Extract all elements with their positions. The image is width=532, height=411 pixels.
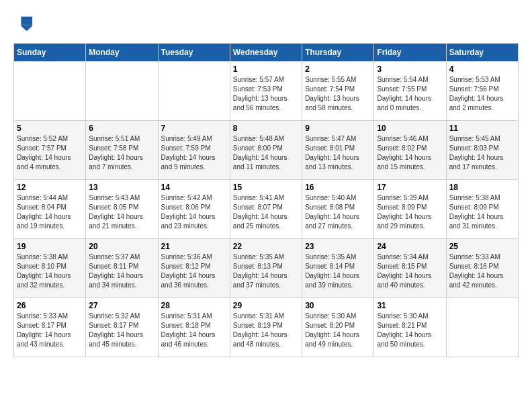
calendar-cell: 1Sunrise: 5:57 AM Sunset: 7:53 PM Daylig… xyxy=(230,62,302,121)
day-of-week-header: Tuesday xyxy=(158,44,230,62)
calendar-cell: 27Sunrise: 5:32 AM Sunset: 8:17 PM Dayli… xyxy=(86,298,158,357)
calendar-cell: 4Sunrise: 5:53 AM Sunset: 7:56 PM Daylig… xyxy=(446,62,518,121)
day-number: 16 xyxy=(305,183,371,192)
day-number: 8 xyxy=(233,124,299,133)
day-number: 15 xyxy=(233,183,299,192)
day-info: Sunrise: 5:48 AM Sunset: 8:00 PM Dayligh… xyxy=(233,134,299,172)
calendar-cell: 18Sunrise: 5:38 AM Sunset: 8:09 PM Dayli… xyxy=(446,180,518,239)
day-of-week-header: Wednesday xyxy=(230,44,302,62)
day-info: Sunrise: 5:31 AM Sunset: 8:19 PM Dayligh… xyxy=(233,312,299,349)
calendar-week-row: 26Sunrise: 5:33 AM Sunset: 8:17 PM Dayli… xyxy=(14,298,519,357)
day-info: Sunrise: 5:33 AM Sunset: 8:17 PM Dayligh… xyxy=(17,312,83,349)
day-number: 6 xyxy=(89,124,154,133)
day-number: 9 xyxy=(305,124,371,133)
day-number: 13 xyxy=(89,183,154,192)
calendar-cell: 17Sunrise: 5:39 AM Sunset: 8:09 PM Dayli… xyxy=(374,180,446,239)
day-info: Sunrise: 5:44 AM Sunset: 8:04 PM Dayligh… xyxy=(17,193,83,231)
calendar-cell: 15Sunrise: 5:41 AM Sunset: 8:07 PM Dayli… xyxy=(230,180,302,239)
calendar-week-row: 1Sunrise: 5:57 AM Sunset: 7:53 PM Daylig… xyxy=(14,62,519,121)
day-info: Sunrise: 5:36 AM Sunset: 8:12 PM Dayligh… xyxy=(161,253,227,290)
calendar-cell: 21Sunrise: 5:36 AM Sunset: 8:12 PM Dayli… xyxy=(158,239,230,298)
day-info: Sunrise: 5:55 AM Sunset: 7:54 PM Dayligh… xyxy=(305,75,371,113)
svg-marker-0 xyxy=(21,17,32,26)
calendar-table: SundayMondayTuesdayWednesdayThursdayFrid… xyxy=(13,43,519,357)
logo xyxy=(13,13,34,32)
logo-icon xyxy=(15,13,34,32)
day-number: 10 xyxy=(377,124,443,133)
day-number: 5 xyxy=(17,124,83,133)
calendar-cell: 9Sunrise: 5:47 AM Sunset: 8:01 PM Daylig… xyxy=(302,121,374,180)
day-info: Sunrise: 5:52 AM Sunset: 7:57 PM Dayligh… xyxy=(17,134,83,172)
day-number: 21 xyxy=(161,242,227,251)
day-number: 29 xyxy=(233,301,299,310)
calendar-cell: 23Sunrise: 5:35 AM Sunset: 8:14 PM Dayli… xyxy=(302,239,374,298)
calendar-cell xyxy=(14,62,86,121)
calendar-cell: 14Sunrise: 5:42 AM Sunset: 8:06 PM Dayli… xyxy=(158,180,230,239)
calendar-cell: 10Sunrise: 5:46 AM Sunset: 8:02 PM Dayli… xyxy=(374,121,446,180)
day-number: 3 xyxy=(377,64,443,74)
day-number: 7 xyxy=(161,124,227,133)
day-info: Sunrise: 5:34 AM Sunset: 8:15 PM Dayligh… xyxy=(377,253,443,290)
day-of-week-header: Thursday xyxy=(302,44,374,62)
calendar-cell: 5Sunrise: 5:52 AM Sunset: 7:57 PM Daylig… xyxy=(14,121,86,180)
day-of-week-header: Friday xyxy=(374,44,446,62)
calendar-cell xyxy=(158,62,230,121)
day-info: Sunrise: 5:45 AM Sunset: 8:03 PM Dayligh… xyxy=(449,134,515,172)
day-info: Sunrise: 5:30 AM Sunset: 8:20 PM Dayligh… xyxy=(305,312,371,349)
day-number: 25 xyxy=(449,242,515,251)
day-info: Sunrise: 5:39 AM Sunset: 8:09 PM Dayligh… xyxy=(377,193,443,231)
calendar-cell: 29Sunrise: 5:31 AM Sunset: 8:19 PM Dayli… xyxy=(230,298,302,357)
day-info: Sunrise: 5:47 AM Sunset: 8:01 PM Dayligh… xyxy=(305,134,371,172)
day-of-week-header: Monday xyxy=(86,44,158,62)
day-info: Sunrise: 5:54 AM Sunset: 7:55 PM Dayligh… xyxy=(377,75,443,113)
day-number: 23 xyxy=(305,242,371,251)
svg-marker-1 xyxy=(21,26,32,31)
day-number: 28 xyxy=(161,301,227,310)
day-info: Sunrise: 5:32 AM Sunset: 8:17 PM Dayligh… xyxy=(89,312,154,349)
day-number: 19 xyxy=(17,242,83,251)
calendar-cell: 30Sunrise: 5:30 AM Sunset: 8:20 PM Dayli… xyxy=(302,298,374,357)
day-info: Sunrise: 5:35 AM Sunset: 8:13 PM Dayligh… xyxy=(233,253,299,290)
calendar-cell: 3Sunrise: 5:54 AM Sunset: 7:55 PM Daylig… xyxy=(374,62,446,121)
calendar-cell: 31Sunrise: 5:30 AM Sunset: 8:21 PM Dayli… xyxy=(374,298,446,357)
day-info: Sunrise: 5:42 AM Sunset: 8:06 PM Dayligh… xyxy=(161,193,227,231)
day-info: Sunrise: 5:30 AM Sunset: 8:21 PM Dayligh… xyxy=(377,312,443,349)
day-number: 22 xyxy=(233,242,299,251)
calendar-week-row: 12Sunrise: 5:44 AM Sunset: 8:04 PM Dayli… xyxy=(14,180,519,239)
day-info: Sunrise: 5:57 AM Sunset: 7:53 PM Dayligh… xyxy=(233,75,299,113)
day-number: 17 xyxy=(377,183,443,192)
calendar-cell: 20Sunrise: 5:37 AM Sunset: 8:11 PM Dayli… xyxy=(86,239,158,298)
calendar-cell: 16Sunrise: 5:40 AM Sunset: 8:08 PM Dayli… xyxy=(302,180,374,239)
day-info: Sunrise: 5:53 AM Sunset: 7:56 PM Dayligh… xyxy=(449,75,515,113)
calendar-cell: 8Sunrise: 5:48 AM Sunset: 8:00 PM Daylig… xyxy=(230,121,302,180)
page-header xyxy=(13,13,519,32)
calendar-cell: 26Sunrise: 5:33 AM Sunset: 8:17 PM Dayli… xyxy=(14,298,86,357)
calendar-cell: 25Sunrise: 5:33 AM Sunset: 8:16 PM Dayli… xyxy=(446,239,518,298)
calendar-header-row: SundayMondayTuesdayWednesdayThursdayFrid… xyxy=(14,44,519,62)
day-info: Sunrise: 5:43 AM Sunset: 8:05 PM Dayligh… xyxy=(89,193,154,231)
day-number: 26 xyxy=(17,301,83,310)
calendar-cell: 2Sunrise: 5:55 AM Sunset: 7:54 PM Daylig… xyxy=(302,62,374,121)
calendar-cell xyxy=(446,298,518,357)
calendar-cell: 13Sunrise: 5:43 AM Sunset: 8:05 PM Dayli… xyxy=(86,180,158,239)
calendar-cell xyxy=(86,62,158,121)
day-number: 1 xyxy=(233,64,299,74)
day-of-week-header: Saturday xyxy=(446,44,518,62)
day-number: 31 xyxy=(377,301,443,310)
day-info: Sunrise: 5:38 AM Sunset: 8:09 PM Dayligh… xyxy=(449,193,515,231)
calendar-cell: 11Sunrise: 5:45 AM Sunset: 8:03 PM Dayli… xyxy=(446,121,518,180)
day-info: Sunrise: 5:37 AM Sunset: 8:11 PM Dayligh… xyxy=(89,253,154,290)
day-info: Sunrise: 5:40 AM Sunset: 8:08 PM Dayligh… xyxy=(305,193,371,231)
calendar-week-row: 5Sunrise: 5:52 AM Sunset: 7:57 PM Daylig… xyxy=(14,121,519,180)
day-number: 27 xyxy=(89,301,154,310)
day-of-week-header: Sunday xyxy=(14,44,86,62)
day-number: 20 xyxy=(89,242,154,251)
calendar-cell: 28Sunrise: 5:31 AM Sunset: 8:18 PM Dayli… xyxy=(158,298,230,357)
day-number: 30 xyxy=(305,301,371,310)
day-number: 18 xyxy=(449,183,515,192)
day-info: Sunrise: 5:51 AM Sunset: 7:58 PM Dayligh… xyxy=(89,134,154,172)
day-number: 11 xyxy=(449,124,515,133)
calendar-cell: 12Sunrise: 5:44 AM Sunset: 8:04 PM Dayli… xyxy=(14,180,86,239)
calendar-cell: 7Sunrise: 5:49 AM Sunset: 7:59 PM Daylig… xyxy=(158,121,230,180)
calendar-cell: 22Sunrise: 5:35 AM Sunset: 8:13 PM Dayli… xyxy=(230,239,302,298)
